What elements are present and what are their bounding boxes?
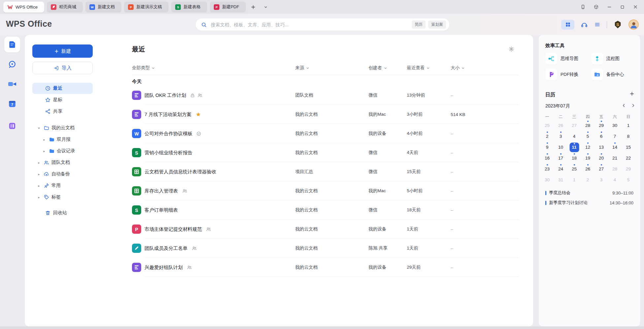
- file-row[interactable]: 库存出入管理表我的云文档我的Mac5小时前–: [132, 181, 519, 200]
- import-button[interactable]: 导入: [32, 62, 93, 74]
- search-input[interactable]: [210, 22, 412, 28]
- calendar-day[interactable]: 30: [608, 120, 622, 131]
- calendar-day[interactable]: 4: [567, 131, 581, 142]
- calendar-day[interactable]: 12: [581, 142, 595, 153]
- sidebar-item-recycle-bin[interactable]: 回收站: [32, 207, 93, 219]
- tab-docer-mall[interactable]: 稻壳商城: [47, 2, 83, 13]
- calendar-day[interactable]: 26: [581, 164, 595, 174]
- calendar-day[interactable]: 3: [595, 174, 608, 185]
- new-document-button[interactable]: 新建: [32, 45, 93, 58]
- calendar-day[interactable]: 22: [622, 153, 635, 164]
- filter-size[interactable]: 大小: [451, 65, 519, 71]
- sidebar-item-tags[interactable]: ▸标签: [32, 192, 93, 203]
- prev-month-button[interactable]: [622, 103, 626, 108]
- next-month-button[interactable]: [631, 103, 635, 108]
- close-button[interactable]: [633, 4, 638, 10]
- filter-type[interactable]: 全部类型: [132, 65, 295, 71]
- tab-list-dropdown[interactable]: [261, 2, 271, 12]
- calendar-day[interactable]: 25: [540, 120, 554, 131]
- sidebar-item-starred[interactable]: 星标: [32, 94, 93, 105]
- rail-item-messages[interactable]: [8, 60, 16, 69]
- tool-backup-center[interactable]: 备份中心: [591, 67, 634, 82]
- calendar-day[interactable]: 29: [622, 164, 635, 174]
- user-avatar[interactable]: [628, 19, 639, 30]
- calendar-day[interactable]: 20: [595, 153, 608, 164]
- tab-new-pdf[interactable]: P新建PDF: [210, 2, 246, 13]
- new-tab-button[interactable]: [248, 2, 258, 12]
- calendar-day[interactable]: 25: [567, 164, 581, 174]
- calendar-day[interactable]: 6: [595, 131, 608, 142]
- calendar-day[interactable]: 16: [540, 153, 554, 164]
- calendar-day[interactable]: 8: [622, 131, 635, 142]
- calendar-day[interactable]: 30: [540, 174, 554, 185]
- main-menu-button[interactable]: [594, 21, 600, 28]
- calendar-day[interactable]: 2: [540, 131, 554, 142]
- calendar-day[interactable]: 23: [540, 164, 554, 174]
- tool-mindmap[interactable]: 思维导图: [545, 51, 588, 67]
- search-tag-2[interactable]: 策划案: [428, 20, 446, 29]
- sidebar-item-meeting-notes[interactable]: ▸会议记录: [32, 145, 93, 157]
- sidebar-item-auto-backup[interactable]: ▸自动备份: [32, 168, 93, 180]
- calendar-event[interactable]: 季度总结会9:30–11:00: [545, 188, 633, 198]
- calendar-day[interactable]: 5: [581, 131, 595, 142]
- sidebar-item-shared[interactable]: 共享: [32, 106, 93, 117]
- sidebar-item-team-docs[interactable]: ▸团队文档: [32, 157, 93, 168]
- calendar-day[interactable]: 9: [540, 142, 554, 153]
- tool-flowchart[interactable]: 流程图: [591, 51, 634, 67]
- file-row[interactable]: 团队 OKR 工作计划团队文档微信13分钟前–: [132, 86, 519, 105]
- add-event-button[interactable]: [629, 91, 635, 97]
- sidebar-item-my-cloud-docs[interactable]: ▾我的云文档: [32, 122, 93, 134]
- tab-new-sheet[interactable]: S新建表格: [171, 2, 207, 13]
- caret-closed-icon[interactable]: ▸: [36, 195, 42, 199]
- caret-closed-icon[interactable]: ▸: [42, 138, 47, 141]
- calendar-day[interactable]: 10: [554, 142, 567, 153]
- calendar-event[interactable]: 新季度学习计划讨论14:30–16:00: [545, 198, 633, 208]
- calendar-day[interactable]: 4: [608, 174, 622, 185]
- support-button[interactable]: [581, 21, 588, 28]
- caret-closed-icon[interactable]: ▸: [36, 184, 42, 188]
- maximize-button[interactable]: [620, 5, 625, 10]
- calendar-day[interactable]: 3: [554, 131, 567, 142]
- calendar-day[interactable]: 27: [595, 164, 608, 174]
- calendar-day[interactable]: 31: [554, 174, 567, 185]
- rail-item-calendar[interactable]: 7: [8, 100, 16, 108]
- filter-source[interactable]: 来源: [295, 65, 369, 71]
- calendar-day[interactable]: 17: [554, 153, 567, 164]
- filter-viewed[interactable]: 最近查看: [407, 65, 451, 71]
- minimize-button[interactable]: [607, 4, 612, 10]
- calendar-day[interactable]: 13: [595, 142, 608, 153]
- calendar-day[interactable]: 7: [608, 131, 622, 142]
- calendar-day[interactable]: 1: [567, 174, 581, 185]
- tab-new-ppt[interactable]: P新建演示文稿: [124, 2, 169, 13]
- calendar-day[interactable]: 2: [581, 174, 595, 185]
- file-row[interactable]: 7 月线下活动策划方案我的云文档我的Mac3小时前514 KB: [132, 105, 519, 124]
- calendar-day[interactable]: 21: [608, 153, 622, 164]
- calendar-day[interactable]: 18: [567, 153, 581, 164]
- file-row[interactable]: P市场主体登记提交材料规范我的云文档我的设备1天前–: [132, 220, 519, 239]
- calendar-day[interactable]: 15: [622, 142, 635, 153]
- sidebar-item-bimonthly-report[interactable]: ▸双月报: [32, 134, 93, 145]
- calendar-day[interactable]: 29: [595, 120, 608, 131]
- device-button[interactable]: [580, 4, 586, 10]
- sidebar-item-frequent[interactable]: ▸常用: [32, 180, 93, 191]
- calendar-day[interactable]: 28: [608, 164, 622, 174]
- list-settings-button[interactable]: [508, 46, 514, 52]
- caret-open-icon[interactable]: ▾: [36, 126, 42, 130]
- search-tag-1[interactable]: 简历: [412, 20, 426, 29]
- file-row[interactable]: 团队成员及分工名单我的云文档陈旭 共享1天前–: [132, 239, 519, 258]
- calendar-day[interactable]: 24: [554, 164, 567, 174]
- caret-closed-icon[interactable]: ▸: [36, 161, 42, 164]
- calendar-day[interactable]: 5: [622, 174, 635, 185]
- caret-closed-icon[interactable]: ▸: [42, 149, 47, 153]
- calendar-day[interactable]: 14: [608, 142, 622, 153]
- filter-creator[interactable]: 创建者: [369, 65, 407, 71]
- rail-item-meetings[interactable]: [8, 80, 17, 88]
- workspace-button[interactable]: [594, 4, 599, 10]
- caret-closed-icon[interactable]: ▸: [36, 172, 42, 176]
- tab-wps-home[interactable]: WPS Office: [3, 2, 44, 13]
- file-row[interactable]: S营销小组业绩分析报告我的云文档微信4天前–: [132, 143, 519, 162]
- calendar-day[interactable]: 28: [581, 120, 595, 131]
- rail-item-apps-library[interactable]: [8, 122, 16, 130]
- tool-pdf-convert[interactable]: PDF转换: [545, 67, 588, 82]
- rail-item-documents[interactable]: [4, 37, 20, 52]
